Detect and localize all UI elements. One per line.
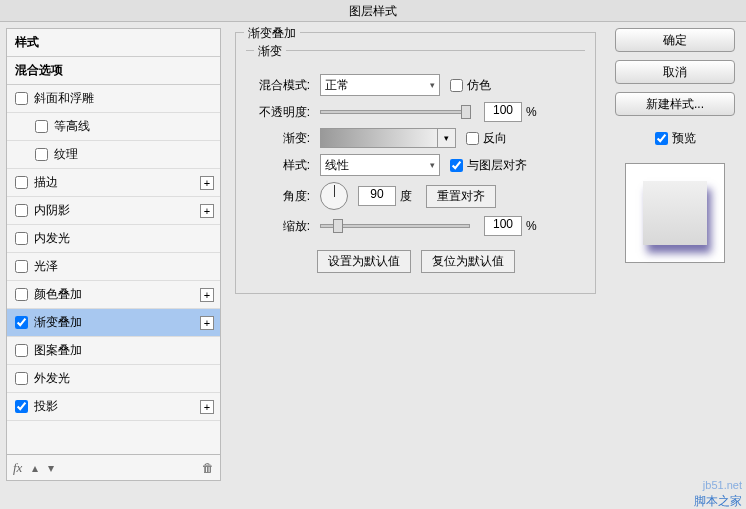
plus-icon[interactable]: + [200,400,214,414]
align-label: 与图层对齐 [467,157,527,174]
stroke-label: 描边 [34,174,58,191]
pattern-overlay-label: 图案叠加 [34,342,82,359]
gradient-overlay-checkbox[interactable] [15,316,28,329]
outer-glow-checkbox[interactable] [15,372,28,385]
make-default-button[interactable]: 设置为默认值 [317,250,411,273]
plus-icon[interactable]: + [200,176,214,190]
arrow-down-icon[interactable]: ▾ [48,461,54,475]
drop-shadow-label: 投影 [34,398,58,415]
chevron-down-icon: ▾ [430,80,435,90]
sidebar-item-contour[interactable]: 等高线 [7,113,220,141]
inner-glow-checkbox[interactable] [15,232,28,245]
slider-thumb[interactable] [461,105,471,119]
blend-options-header[interactable]: 混合选项 [7,57,220,85]
sidebar-item-color-overlay[interactable]: 颜色叠加+ [7,281,220,309]
blend-mode-value: 正常 [325,77,349,94]
arrow-up-icon[interactable]: ▴ [32,461,38,475]
percent-label: % [526,219,537,233]
scale-slider[interactable] [320,224,470,228]
style-list: 斜面和浮雕 等高线 纹理 描边+ 内阴影+ 内发光 光泽 颜色叠加+ 渐变叠加+… [7,85,220,454]
cancel-button[interactable]: 取消 [615,60,735,84]
gradient-fieldset: 渐变 混合模式: 正常▾ 仿色 不透明度: 100 % 渐变: ▾ 反向 [246,50,585,283]
style-label: 样式: [246,157,310,174]
blend-mode-dropdown[interactable]: 正常▾ [320,74,440,96]
preview-label: 预览 [672,130,696,147]
sidebar-item-bevel[interactable]: 斜面和浮雕 [7,85,220,113]
scale-label: 缩放: [246,218,310,235]
dither-checkbox[interactable] [450,79,463,92]
satin-label: 光泽 [34,258,58,275]
texture-checkbox[interactable] [35,148,48,161]
style-value: 线性 [325,157,349,174]
style-dropdown[interactable]: 线性▾ [320,154,440,176]
plus-icon[interactable]: + [200,288,214,302]
angle-input[interactable]: 90 [358,186,396,206]
percent-label: % [526,105,537,119]
preview-swatch [643,181,707,245]
sidebar-item-satin[interactable]: 光泽 [7,253,220,281]
sidebar-item-pattern-overlay[interactable]: 图案叠加 [7,337,220,365]
gradient-overlay-label: 渐变叠加 [34,314,82,331]
chevron-down-icon: ▾ [430,160,435,170]
fieldset-title: 渐变叠加 [244,25,300,42]
satin-checkbox[interactable] [15,260,28,273]
texture-label: 纹理 [54,146,78,163]
plus-icon[interactable]: + [200,316,214,330]
trash-icon[interactable]: 🗑 [202,461,214,475]
outer-glow-label: 外发光 [34,370,70,387]
inner-shadow-checkbox[interactable] [15,204,28,217]
gradient-label: 渐变: [246,130,310,147]
inner-glow-label: 内发光 [34,230,70,247]
gradient-overlay-fieldset: 渐变叠加 渐变 混合模式: 正常▾ 仿色 不透明度: 100 % 渐变: [235,32,596,294]
styles-sidebar: 样式 混合选项 斜面和浮雕 等高线 纹理 描边+ 内阴影+ 内发光 光泽 颜色叠… [6,28,221,481]
new-style-button[interactable]: 新建样式... [615,92,735,116]
styles-header[interactable]: 样式 [7,29,220,57]
angle-dial[interactable] [320,182,348,210]
angle-label: 角度: [246,188,310,205]
plus-icon[interactable]: + [200,204,214,218]
sidebar-item-outer-glow[interactable]: 外发光 [7,365,220,393]
color-overlay-label: 颜色叠加 [34,286,82,303]
gradient-picker[interactable] [320,128,438,148]
pattern-overlay-checkbox[interactable] [15,344,28,357]
window-title: 图层样式 [0,0,746,22]
sidebar-item-texture[interactable]: 纹理 [7,141,220,169]
degree-label: 度 [400,188,412,205]
reset-default-button[interactable]: 复位为默认值 [421,250,515,273]
sidebar-item-stroke[interactable]: 描边+ [7,169,220,197]
opacity-label: 不透明度: [246,104,310,121]
preview-checkbox[interactable] [655,132,668,145]
stroke-checkbox[interactable] [15,176,28,189]
opacity-input[interactable]: 100 [484,102,522,122]
sidebar-item-gradient-overlay[interactable]: 渐变叠加+ [7,309,220,337]
settings-panel: 渐变叠加 渐变 混合模式: 正常▾ 仿色 不透明度: 100 % 渐变: [227,28,604,481]
sidebar-footer: fx ▴ ▾ 🗑 [7,454,220,480]
right-panel: 确定 取消 新建样式... 预览 [610,28,740,481]
inner-shadow-label: 内阴影 [34,202,70,219]
watermark-text: 脚本之家 [694,493,742,509]
dither-label: 仿色 [467,77,491,94]
align-checkbox[interactable] [450,159,463,172]
fx-icon[interactable]: fx [13,460,22,476]
color-overlay-checkbox[interactable] [15,288,28,301]
contour-label: 等高线 [54,118,90,135]
drop-shadow-checkbox[interactable] [15,400,28,413]
contour-checkbox[interactable] [35,120,48,133]
sidebar-item-inner-glow[interactable]: 内发光 [7,225,220,253]
blend-mode-label: 混合模式: [246,77,310,94]
reverse-label: 反向 [483,130,507,147]
reverse-checkbox[interactable] [466,132,479,145]
inner-fieldset-title: 渐变 [254,43,286,60]
opacity-slider[interactable] [320,110,470,114]
preview-box [625,163,725,263]
scale-input[interactable]: 100 [484,216,522,236]
gradient-dropdown-arrow[interactable]: ▾ [438,128,456,148]
sidebar-item-drop-shadow[interactable]: 投影+ [7,393,220,421]
bevel-checkbox[interactable] [15,92,28,105]
ok-button[interactable]: 确定 [615,28,735,52]
bevel-label: 斜面和浮雕 [34,90,94,107]
reset-align-button[interactable]: 重置对齐 [426,185,496,208]
slider-thumb[interactable] [333,219,343,233]
sidebar-item-inner-shadow[interactable]: 内阴影+ [7,197,220,225]
main-area: 样式 混合选项 斜面和浮雕 等高线 纹理 描边+ 内阴影+ 内发光 光泽 颜色叠… [0,22,746,487]
